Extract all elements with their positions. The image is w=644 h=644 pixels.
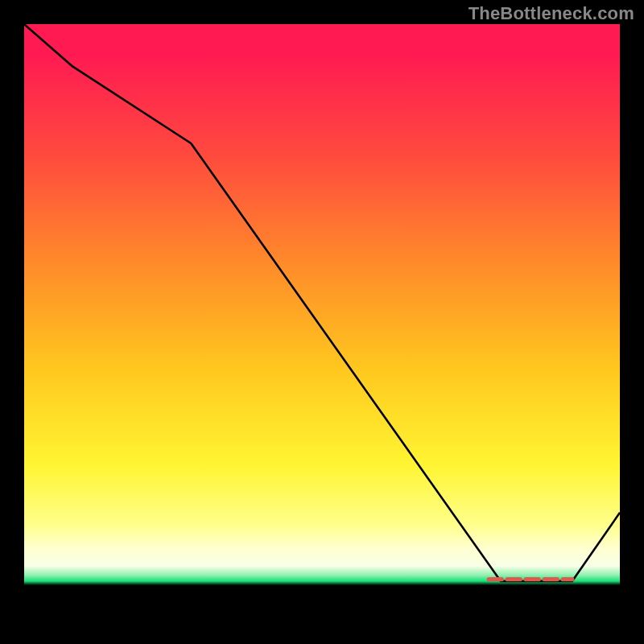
plot-area <box>24 24 620 620</box>
curve-line <box>24 24 620 581</box>
chart-frame: TheBottleneck.com <box>0 0 644 644</box>
chart-svg <box>24 24 620 620</box>
watermark-text: TheBottleneck.com <box>469 3 634 24</box>
